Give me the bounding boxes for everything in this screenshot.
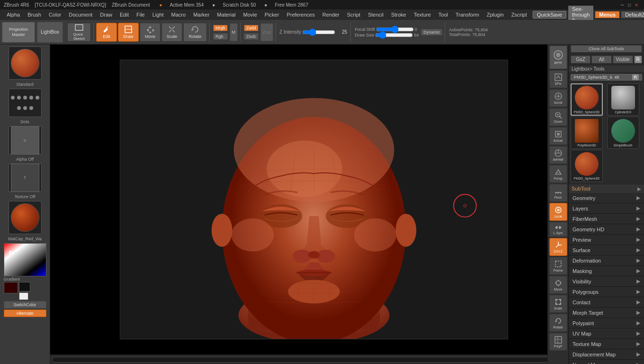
frame-button[interactable]: Frame xyxy=(549,257,567,275)
menu-texture-map[interactable]: Texture Map ▶ xyxy=(569,339,644,349)
menu-light[interactable]: Light xyxy=(149,11,168,18)
ri-scale-button[interactable]: Scale xyxy=(549,295,567,313)
ri-rotate-button[interactable]: Rotate xyxy=(549,314,567,332)
quick-sketch-button[interactable]: QuickSketch xyxy=(67,23,91,42)
matcap-preview[interactable] xyxy=(9,201,42,234)
alternate-button[interactable]: Alternate xyxy=(4,309,46,317)
subtool-section[interactable]: SubTool ▶ xyxy=(569,184,644,193)
zoom-button[interactable]: Zoom xyxy=(549,108,567,126)
goz-button[interactable]: GoZ xyxy=(571,55,590,64)
rgb-toggle[interactable]: Rgb xyxy=(213,33,228,40)
viewport[interactable] xyxy=(120,60,508,339)
r-badge[interactable]: R xyxy=(634,55,642,64)
m-toggle[interactable]: M xyxy=(230,23,238,41)
visible-button[interactable]: Visible xyxy=(613,55,633,64)
z-intensity-slider[interactable] xyxy=(302,29,335,35)
brush-dots-preview[interactable] xyxy=(9,89,42,117)
menu-zscript[interactable]: Zscript xyxy=(508,11,531,18)
menu-surface[interactable]: Surface ▶ xyxy=(569,245,644,255)
menu-macro[interactable]: Macro xyxy=(168,11,190,18)
menu-render[interactable]: Render xyxy=(319,11,343,18)
texture-preview[interactable]: T xyxy=(9,164,42,192)
menu-contact[interactable]: Contact ▶ xyxy=(569,297,644,308)
tool-thumb-cylinder[interactable]: CylinderD3 xyxy=(607,83,639,116)
lightbox-button[interactable]: LightBox xyxy=(37,22,63,43)
tool-thumb-pm3d-sphere[interactable]: PM3D_Sphere3D xyxy=(571,83,603,116)
menu-alpha[interactable]: Alpha xyxy=(3,11,24,18)
lsym-button[interactable]: L.Sym xyxy=(549,222,567,237)
menu-transform[interactable]: Transform xyxy=(452,11,483,18)
menu-material[interactable]: Material xyxy=(213,11,239,18)
switch-color-button[interactable]: SwitchColor xyxy=(4,301,46,309)
menu-morph-target[interactable]: Morph Target ▶ xyxy=(569,308,644,318)
alpha-preview[interactable]: α xyxy=(9,126,42,155)
menu-marker[interactable]: Marker xyxy=(189,11,213,18)
menu-masking[interactable]: Masking ▶ xyxy=(569,266,644,276)
menu-preview[interactable]: Preview ▶ xyxy=(569,235,644,245)
active-tool-bar[interactable]: PM3D_Sphere3D_9. 48 R xyxy=(571,74,642,81)
maximize-icon[interactable]: □ xyxy=(628,2,631,8)
menu-document[interactable]: Document xyxy=(65,11,96,18)
menu-polypaint[interactable]: Polypaint ▶ xyxy=(569,318,644,328)
ri-move-button[interactable]: Move xyxy=(549,276,567,294)
menu-fibermesh[interactable]: FiberMesh ▶ xyxy=(569,214,644,224)
menu-normal-map[interactable]: Normal Map ▶ xyxy=(569,360,644,364)
menu-geometry[interactable]: Geometry ▶ xyxy=(569,193,644,203)
dynamic-toggle[interactable]: Dynamic xyxy=(421,29,442,36)
bpr-button[interactable]: BPR xyxy=(549,46,567,69)
menu-geometry-hd[interactable]: Geometry HD ▶ xyxy=(569,224,644,235)
menu-tool[interactable]: Tool xyxy=(435,11,452,18)
menu-file[interactable]: File xyxy=(133,11,149,18)
close-icon[interactable]: ✕ xyxy=(635,2,638,8)
color-swatch-secondary[interactable] xyxy=(19,282,30,291)
bottom-scrollbar[interactable] xyxy=(50,355,578,364)
polyf-button[interactable]: PolyF xyxy=(549,333,567,351)
move-button[interactable]: Move xyxy=(140,23,161,42)
mrgb-toggle[interactable]: Mrgb xyxy=(213,25,228,31)
scroll-button[interactable]: Scroll xyxy=(549,89,567,107)
edit-button[interactable]: Edit xyxy=(96,23,117,42)
gxyz-button[interactable]: GXYZ xyxy=(549,238,567,256)
minimize-icon[interactable]: ─ xyxy=(621,2,624,8)
menu-draw[interactable]: Draw xyxy=(96,11,116,18)
color-picker[interactable]: Gradient SwitchColor Alternate xyxy=(4,243,46,317)
scale-button[interactable]: Scale xyxy=(161,23,182,42)
menu-zplugin[interactable]: Zplugin xyxy=(483,11,508,18)
menu-color[interactable]: Color xyxy=(45,11,65,18)
menu-brush[interactable]: Brush xyxy=(24,11,45,18)
draw-button[interactable]: Draw xyxy=(118,23,139,42)
menu-polygroups[interactable]: Polygroups ▶ xyxy=(569,287,644,297)
menu-displacement-map[interactable]: Displacement Map ▶ xyxy=(569,349,644,360)
floor-button[interactable]: Floor xyxy=(549,184,567,202)
scroll-track[interactable] xyxy=(52,357,576,363)
menu-edit[interactable]: Edit xyxy=(116,11,133,18)
clone-all-button[interactable]: Clone All SubTools xyxy=(571,45,642,53)
zsub-toggle[interactable]: Zsub xyxy=(244,33,259,40)
aahalf-button[interactable]: AAHalf xyxy=(549,146,567,164)
rotate-button[interactable]: Rotate xyxy=(183,23,207,42)
projection-master-button[interactable]: ProjectionMaster xyxy=(2,22,35,43)
tool-thumb-polymesh[interactable]: PolyMesh3D xyxy=(571,117,603,149)
persp-button[interactable]: Persp xyxy=(549,165,567,183)
menu-stencil[interactable]: Stencil xyxy=(364,11,387,18)
draw-size-slider[interactable] xyxy=(375,33,413,37)
spix-button[interactable]: SPix xyxy=(549,70,567,88)
quicksave-button[interactable]: QuickSave xyxy=(533,11,566,18)
color-gradient[interactable] xyxy=(4,243,46,276)
color-swatch-white[interactable] xyxy=(19,292,28,300)
defaultzscript-button[interactable]: DefaultZScript xyxy=(621,11,644,18)
tool-thumb-simplebrush[interactable]: SimpleBrush xyxy=(607,117,639,149)
all-button[interactable]: All xyxy=(591,55,611,64)
actual-button[interactable]: Actual xyxy=(549,127,567,145)
local-button[interactable]: Local xyxy=(549,203,567,221)
color-swatch-primary[interactable] xyxy=(4,282,18,293)
zadd-toggle[interactable]: Zadd xyxy=(244,25,259,31)
tool-thumb-pm3d-sphere2[interactable]: PM3D_Sphere3D xyxy=(571,150,603,182)
menu-picker[interactable]: Picker xyxy=(261,11,283,18)
menu-deformation[interactable]: Deformation ▶ xyxy=(569,255,644,266)
menus-button[interactable]: Menus xyxy=(595,11,619,18)
brush-standard-preview[interactable] xyxy=(9,46,42,80)
menu-visibility[interactable]: Visibility ▶ xyxy=(569,276,644,287)
menu-layers[interactable]: Layers ▶ xyxy=(569,203,644,214)
menu-stroke[interactable]: Stroke xyxy=(387,11,410,18)
